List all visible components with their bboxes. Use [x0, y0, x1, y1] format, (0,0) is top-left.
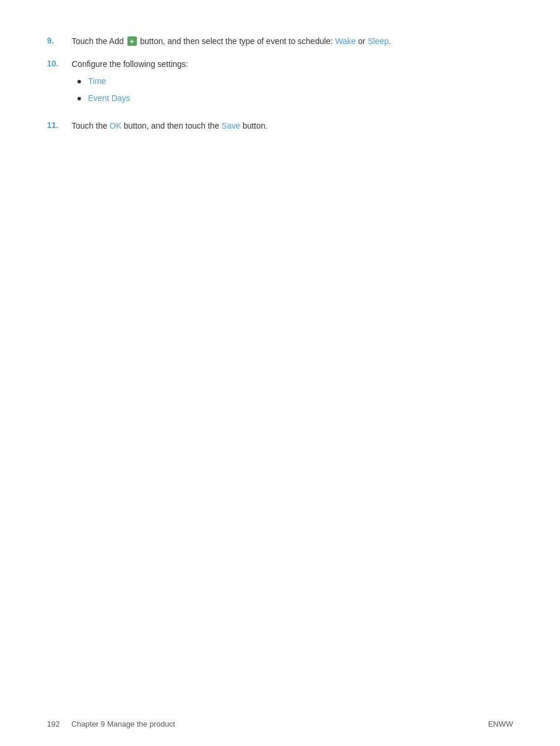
step-list: 9. Touch the Add button, and then select…: [47, 35, 513, 132]
footer-chapter: Chapter 9 Manage the product: [72, 720, 175, 728]
step-9-text-before: Touch the Add: [72, 36, 124, 46]
event-days-link[interactable]: Event Days: [88, 92, 130, 105]
step-11: 11. Touch the OK button, and then touch …: [47, 120, 513, 132]
step-11-text-middle: button, and then touch the: [124, 121, 222, 130]
footer-enww: ENWW: [488, 720, 513, 728]
step-9-text: Touch the Add button, and then select th…: [72, 35, 513, 48]
step-9-text-middle: button, and then select the type of even…: [140, 36, 333, 46]
sub-item-time: Time: [72, 75, 513, 88]
step-10: 10. Configure the following settings: Ti…: [47, 58, 513, 109]
step-9-text-sep: or: [358, 36, 367, 46]
footer-left: 192 Chapter 9 Manage the product: [47, 720, 175, 728]
step-11-text-end: button.: [242, 121, 268, 130]
bullet-time: [77, 80, 81, 83]
step-10-text: Configure the following settings: Time E…: [72, 58, 513, 109]
add-icon: [127, 36, 137, 46]
step-10-number: 10.: [47, 58, 72, 68]
page-footer: 192 Chapter 9 Manage the product ENWW: [47, 720, 513, 728]
step-11-text: Touch the OK button, and then touch the …: [72, 120, 513, 132]
sub-settings-list: Time Event Days: [72, 75, 513, 105]
time-link[interactable]: Time: [88, 75, 106, 88]
step-11-number: 11.: [47, 120, 72, 130]
bullet-event-days: [77, 97, 81, 100]
step-11-text-before: Touch the: [72, 121, 107, 130]
footer-page-number: 192: [47, 720, 60, 728]
step-9: 9. Touch the Add button, and then select…: [47, 35, 513, 48]
sleep-link[interactable]: Sleep: [367, 36, 389, 46]
wake-link[interactable]: Wake: [335, 36, 356, 46]
save-link[interactable]: Save: [221, 121, 240, 130]
step-9-period: .: [389, 36, 391, 46]
step-9-number: 9.: [47, 35, 72, 45]
step-10-text-main: Configure the following settings:: [72, 59, 188, 69]
ok-link[interactable]: OK: [110, 121, 122, 130]
sub-item-event-days: Event Days: [72, 92, 513, 105]
page-content: 9. Touch the Add button, and then select…: [0, 0, 560, 178]
